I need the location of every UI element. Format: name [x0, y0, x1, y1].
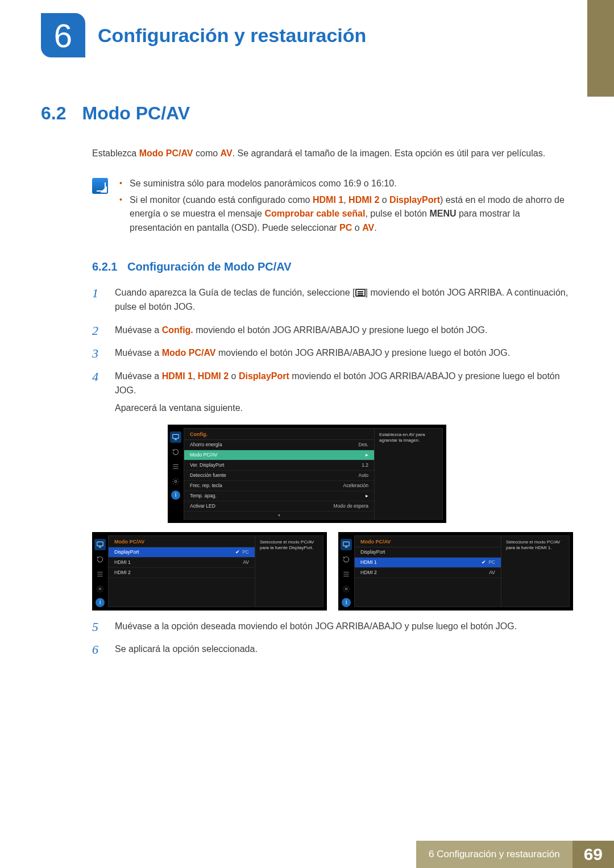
osd-description: Seleccione el modo PC/AV para la fuente …	[255, 536, 323, 607]
osd-item-label: Modo PC/AV	[190, 452, 218, 458]
osd-item-label: DisplayPort	[360, 549, 385, 555]
osd-sidebar: i	[338, 535, 354, 607]
osd-menu-item: DisplayPort	[355, 547, 501, 558]
subsection-title: Configuración de Modo PC/AV	[127, 260, 292, 273]
step: 5 Muévase a la opción deseada moviendo e…	[92, 620, 573, 637]
step-body: Cuando aparezca la Guía de teclas de fun…	[115, 286, 573, 318]
step-body: Muévase a Config. moviendo el botón JOG …	[115, 323, 487, 341]
osd-item-label: HDMI 1	[360, 559, 377, 565]
osd-main: Modo PC/AV DisplayPortPCHDMI 1AVHDMI 2 S…	[108, 535, 323, 607]
osd-sidebar: i	[92, 535, 108, 607]
osd-description: Seleccione el modo PC/AV para la fuente …	[501, 536, 569, 607]
osd-header: Modo PC/AV	[109, 536, 255, 547]
osd-header: Modo PC/AV	[355, 536, 501, 547]
osd-item-label: DisplayPort	[114, 549, 139, 555]
chapter-number-badge: 6	[41, 13, 85, 57]
text: Muévase a	[115, 325, 162, 335]
osd-menu-item: Temp. apag.▸	[184, 491, 374, 501]
info-item: Si el monitor (cuando está configurado c…	[119, 193, 573, 235]
highlight: DisplayPort	[239, 371, 289, 381]
text: como	[193, 148, 221, 158]
svg-rect-2	[97, 542, 103, 546]
osd-item-label: Temp. apag.	[190, 493, 217, 499]
subsection-number: 6.2.1	[92, 260, 117, 273]
highlight: Modo PC/AV	[162, 348, 216, 358]
manual-page: 6 Configuración y restauración 6.2 Modo …	[0, 0, 614, 868]
osd-config-screenshot: i Config. Ahorro energíaDes.Modo PC/AV▸V…	[41, 425, 573, 523]
menu-icon	[355, 289, 366, 297]
osd-menu-item: HDMI 2AV	[355, 568, 501, 578]
osd-description: Establezca en AV para agrandar la imagen…	[374, 429, 442, 519]
osd-item-value: AV	[489, 570, 495, 575]
osd-menu-item: DisplayPortPC	[109, 547, 255, 558]
osd-list: Modo PC/AV DisplayPortHDMI 1PCHDMI 2AV	[355, 536, 501, 607]
step-number: 3	[92, 346, 102, 364]
osd-item-label: HDMI 2	[360, 570, 377, 575]
osd-item-value: ▸	[366, 493, 368, 499]
osd-main: Modo PC/AV DisplayPortHDMI 1PCHDMI 2AV S…	[354, 535, 570, 607]
text: o	[379, 195, 389, 205]
highlight: HDMI 2	[349, 195, 379, 205]
osd-item-label: Detección fuente	[190, 472, 226, 478]
osd-item-label: Frec. rep. tecla	[190, 483, 222, 488]
steps-list: 1 Cuando aparezca la Guía de teclas de f…	[92, 286, 573, 419]
info-icon: i	[342, 598, 351, 607]
highlight: Config.	[162, 325, 193, 335]
osd-item-label: Ver. DisplayPort	[190, 462, 224, 468]
step: 4 Muévase a HDMI 1, HDMI 2 o DisplayPort…	[92, 369, 573, 418]
info-icon: i	[96, 598, 105, 607]
osd-menu-item: Activar LEDModo de espera	[184, 501, 374, 512]
bold-text: MENU	[429, 209, 456, 218]
osd-item-value: ▸	[366, 452, 368, 458]
decorative-stripe	[587, 0, 614, 97]
info-list: Se suministra sólo para modelos panorámi…	[119, 177, 573, 238]
step-body: Muévase a Modo PC/AV moviendo el botón J…	[115, 346, 510, 364]
list-icon	[170, 461, 181, 472]
text: o	[352, 223, 362, 232]
osd-menu-item: HDMI 2	[109, 568, 255, 578]
osd-menu-item: Modo PC/AV▸	[184, 450, 374, 460]
footer-chapter-label: 6 Configuración y restauración	[416, 841, 572, 868]
footer-page-number: 69	[572, 841, 614, 868]
osd-menu-item: HDMI 1AV	[109, 558, 255, 568]
step-body: Muévase a la opción deseada moviendo el …	[115, 620, 517, 637]
monitor-icon	[341, 539, 352, 550]
rotate-icon	[170, 446, 181, 458]
osd-item-value: Aceleración	[343, 483, 368, 488]
osd-item-value: Modo de espera	[334, 503, 368, 509]
step-body: Se aplicará la opción seleccionada.	[115, 642, 258, 660]
osd-item-label: HDMI 2	[114, 570, 131, 575]
gear-icon	[341, 583, 352, 595]
highlight: HDMI 1	[162, 371, 193, 381]
scroll-down-arrow-icon: ▾	[184, 512, 374, 519]
osd-item-label: HDMI 1	[114, 559, 131, 565]
text: ,	[343, 195, 349, 205]
text: . Se agrandará el tamaño de la imagen. E…	[233, 148, 546, 158]
gear-icon	[170, 476, 181, 487]
osd-item-label: Activar LED	[190, 503, 215, 509]
page-footer: 6 Configuración y restauración 69	[0, 841, 614, 868]
svg-point-3	[99, 588, 101, 590]
step-body: Muévase a HDMI 1, HDMI 2 o DisplayPort m…	[115, 369, 573, 418]
chapter-title: Configuración y restauración	[98, 24, 366, 47]
osd-menu-item: Detección fuenteAuto	[184, 471, 374, 481]
note-icon	[92, 178, 108, 194]
osd-item-value: PC	[482, 559, 495, 565]
rotate-icon	[341, 554, 352, 565]
text: moviendo el botón JOG ARRIBA/ABAJO y pre…	[193, 325, 488, 335]
osd-menu-item: Frec. rep. teclaAceleración	[184, 481, 374, 491]
gear-icon	[94, 583, 106, 595]
monitor-icon	[94, 539, 106, 550]
text: o	[229, 371, 239, 381]
text: Muévase a	[115, 348, 162, 358]
text: ,	[193, 371, 198, 381]
highlight: Comprobar cable señal	[264, 209, 365, 218]
info-block: Se suministra sólo para modelos panorámi…	[92, 177, 573, 238]
osd-menu-item: Ahorro energíaDes.	[184, 440, 374, 450]
osd-item-label: Ahorro energía	[190, 442, 222, 447]
step-number: 5	[92, 620, 102, 637]
highlight: PC	[339, 223, 352, 232]
text: moviendo el botón JOG ARRIBA/ABAJO y pre…	[216, 348, 511, 358]
text: Establezca	[92, 148, 139, 158]
rotate-icon	[94, 554, 106, 565]
